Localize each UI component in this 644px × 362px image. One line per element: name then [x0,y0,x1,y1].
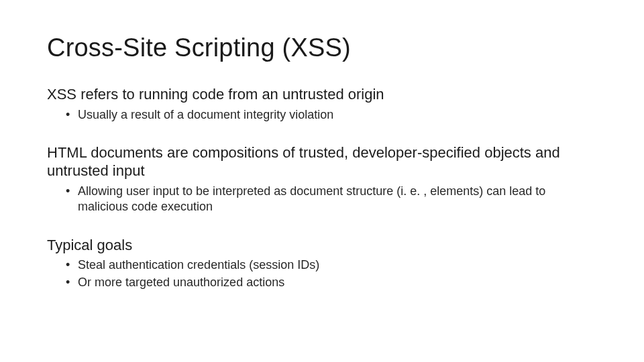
section-3-head: Typical goals [47,236,597,255]
section-3-bullets: Steal authentication credentials (sessio… [47,257,597,291]
section-1: XSS refers to running code from an untru… [47,85,597,123]
section-1-bullets: Usually a result of a document integrity… [47,107,597,123]
list-item: Usually a result of a document integrity… [78,107,597,123]
section-2-bullets: Allowing user input to be interpreted as… [47,183,597,216]
list-item: Allowing user input to be interpreted as… [78,183,597,216]
slide-title: Cross-Site Scripting (XSS) [47,34,597,62]
section-3: Typical goals Steal authentication crede… [47,236,597,291]
section-2: HTML documents are compositions of trust… [47,143,597,216]
list-item: Steal authentication credentials (sessio… [78,257,597,274]
section-2-head: HTML documents are compositions of trust… [47,143,597,180]
list-item: Or more targeted unauthorized actions [78,274,597,291]
section-1-head: XSS refers to running code from an untru… [47,85,597,104]
slide: Cross-Site Scripting (XSS) XSS refers to… [0,0,644,362]
